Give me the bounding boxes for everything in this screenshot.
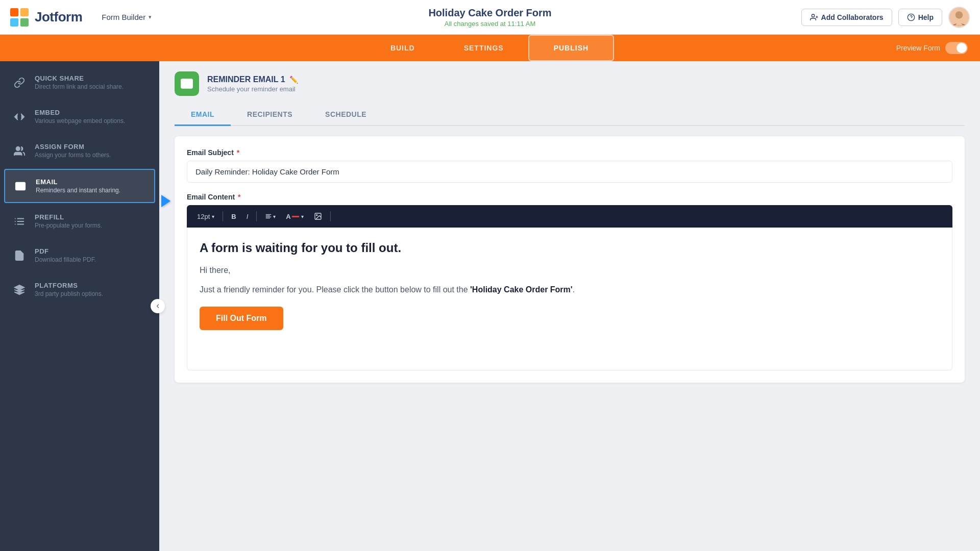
tab-recipients[interactable]: RECIPIENTS (231, 104, 309, 126)
svg-rect-3 (20, 18, 29, 26)
assign-form-icon (12, 144, 27, 158)
email-body-text: Just a friendly reminder for you. Please… (200, 283, 940, 296)
image-icon (314, 212, 322, 220)
email-tabs: EMAIL RECIPIENTS SCHEDULE (175, 104, 965, 126)
jotform-logo-text: Jotform (35, 9, 82, 25)
toggle-knob (957, 43, 967, 53)
bold-button[interactable]: B (227, 211, 240, 222)
email-form-card: Email Subject * Email Content * 12pt ▾ B (175, 136, 965, 383)
form-title: Holiday Cake Order Form (428, 7, 551, 19)
svg-marker-20 (15, 285, 24, 289)
pdf-text: PDF Download fillable PDF. (35, 247, 96, 263)
pdf-label: PDF (35, 247, 96, 255)
preview-form-toggle[interactable] (945, 42, 968, 54)
sidebar-item-platforms[interactable]: PLATFORMS 3rd party publish options. (0, 272, 159, 307)
help-icon (907, 13, 915, 21)
embed-text: EMBED Various webpage embed options. (35, 109, 125, 124)
sidebar-item-prefill[interactable]: PREFILL Pre-populate your forms. (0, 204, 159, 238)
body-text-2: . (573, 285, 575, 294)
chevron-down-icon: ▾ (149, 14, 152, 20)
svg-point-10 (955, 11, 963, 18)
content-field-label: Email Content * (187, 193, 952, 201)
nav-tabs: BUILD SETTINGS PUBLISH (366, 35, 614, 61)
align-icon (265, 213, 272, 220)
preview-form-area: Preview Form (896, 42, 968, 54)
assign-form-text: ASSIGN FORM Assign your forms to others. (35, 143, 111, 159)
assign-form-label: ASSIGN FORM (35, 143, 111, 151)
editor-toolbar: 12pt ▾ B I ▾ (187, 205, 952, 228)
help-button[interactable]: Help (898, 9, 942, 26)
logo-area: Jotform Form Builder ▾ (10, 8, 157, 27)
email-text: EMAIL Reminders and instant sharing. (36, 178, 120, 194)
image-insert-button[interactable] (310, 210, 326, 222)
prefill-text: PREFILL Pre-populate your forms. (35, 213, 102, 229)
email-section-header: REMINDER EMAIL 1 ✏️ Schedule your remind… (175, 71, 965, 96)
svg-rect-0 (10, 8, 18, 16)
reminder-header-text: REMINDER EMAIL 1 ✏️ Schedule your remind… (207, 75, 298, 93)
italic-button[interactable]: I (242, 211, 253, 222)
user-plus-icon (810, 13, 818, 21)
font-size-chevron: ▾ (212, 214, 214, 219)
preview-form-label: Preview Form (896, 44, 940, 52)
embed-icon (12, 110, 27, 124)
platforms-text: PLATFORMS 3rd party publish options. (35, 282, 103, 297)
link-icon (12, 76, 27, 90)
prefill-label: PREFILL (35, 213, 102, 221)
pdf-icon (12, 248, 27, 263)
embed-desc: Various webpage embed options. (35, 117, 125, 124)
top-header: Jotform Form Builder ▾ Holiday Cake Orde… (0, 0, 980, 35)
sidebar-item-assign-form[interactable]: ASSIGN FORM Assign your forms to others. (0, 134, 159, 168)
quick-share-label: QUICK SHARE (35, 74, 124, 82)
italic-icon: I (247, 213, 249, 220)
avatar-image (949, 8, 969, 27)
svg-rect-2 (10, 18, 18, 26)
tab-publish[interactable]: PUBLISH (528, 35, 614, 61)
quick-share-desc: Direct form link and social share. (35, 83, 124, 90)
sidebar-collapse-button[interactable] (151, 299, 165, 313)
edit-title-icon[interactable]: ✏️ (289, 76, 298, 84)
form-builder-dropdown[interactable]: Form Builder ▾ (96, 10, 157, 24)
tab-email[interactable]: EMAIL (175, 104, 231, 126)
bold-icon: B (231, 213, 236, 220)
user-avatar[interactable] (948, 7, 970, 28)
subject-field-label: Email Subject * (187, 148, 952, 157)
cursor-arrow (161, 195, 170, 207)
platforms-label: PLATFORMS (35, 282, 103, 289)
tab-build[interactable]: BUILD (366, 35, 439, 61)
body-text-bold: 'Holiday Cake Order Form' (470, 285, 573, 294)
platforms-desc: 3rd party publish options. (35, 290, 103, 297)
email-subject-input[interactable] (187, 161, 952, 183)
platforms-icon (12, 283, 27, 297)
toolbar-separator-1 (223, 211, 223, 221)
subject-label-text: Email Subject (187, 148, 234, 157)
text-color-button[interactable]: A ▾ (282, 211, 307, 222)
sidebar-item-pdf[interactable]: PDF Download fillable PDF. (0, 238, 159, 272)
header-center: Holiday Cake Order Form All changes save… (428, 7, 551, 28)
content-area: REMINDER EMAIL 1 ✏️ Schedule your remind… (159, 61, 980, 551)
align-button[interactable]: ▾ (261, 211, 280, 222)
add-collaborators-label: Add Collaborators (821, 13, 884, 21)
reminder-title: REMINDER EMAIL 1 ✏️ (207, 75, 298, 84)
envelope-icon (180, 77, 193, 90)
reminder-email-icon-box (175, 71, 199, 96)
font-size-selector[interactable]: 12pt ▾ (193, 211, 218, 222)
font-size-value: 12pt (197, 213, 210, 220)
tab-settings[interactable]: SETTINGS (439, 35, 528, 61)
sidebar-item-quick-share[interactable]: QUICK SHARE Direct form link and social … (0, 65, 159, 99)
reminder-subtitle: Schedule your reminder email (207, 85, 298, 93)
add-collaborators-button[interactable]: Add Collaborators (801, 9, 892, 26)
save-status: All changes saved at 11:11 AM (428, 20, 551, 28)
email-content-editor[interactable]: A form is waiting for you to fill out. H… (187, 228, 952, 370)
email-desc: Reminders and instant sharing. (36, 187, 120, 194)
sidebar-item-embed[interactable]: EMBED Various webpage embed options. (0, 99, 159, 134)
tab-schedule[interactable]: SCHEDULE (309, 104, 383, 126)
toolbar-separator-3 (330, 211, 331, 221)
email-label: EMAIL (36, 178, 120, 186)
email-cta-button[interactable]: Fill Out Form (200, 307, 283, 330)
embed-label: EMBED (35, 109, 125, 116)
main-layout: QUICK SHARE Direct form link and social … (0, 61, 980, 551)
sidebar: QUICK SHARE Direct form link and social … (0, 61, 159, 551)
email-body-heading: A form is waiting for you to fill out. (200, 240, 940, 256)
prefill-desc: Pre-populate your forms. (35, 222, 102, 229)
sidebar-item-email[interactable]: EMAIL Reminders and instant sharing. (4, 169, 155, 203)
